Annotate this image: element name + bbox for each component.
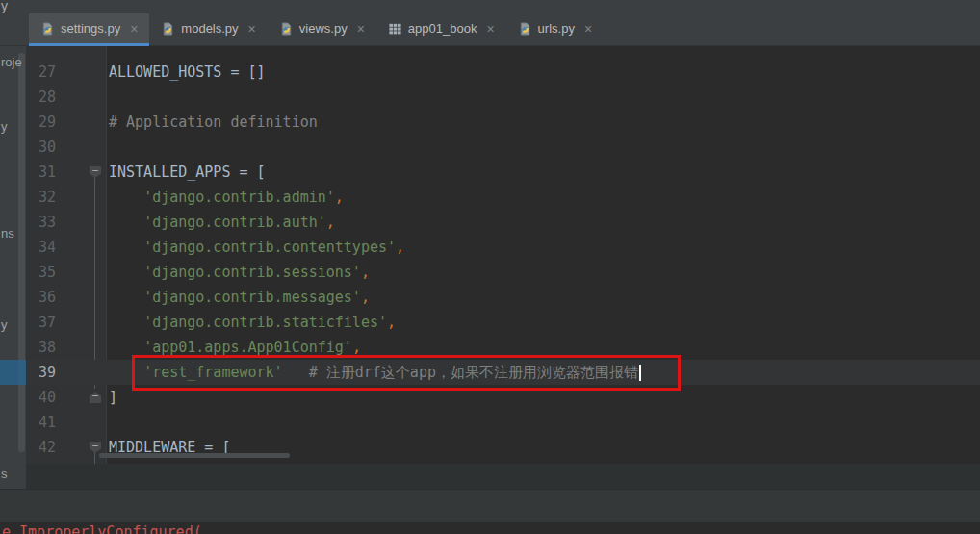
- gutter-line-39[interactable]: 39: [26, 360, 108, 385]
- gutter-line-29[interactable]: 29: [26, 110, 108, 135]
- python-file-icon: [279, 21, 294, 37]
- tab-label: app01_book: [408, 21, 477, 36]
- gutter-line-38[interactable]: 38: [26, 335, 108, 360]
- code-text: 'rest_framework' # 注册drf这个app，如果不注册用浏览器范…: [108, 360, 641, 385]
- code-segment-string: 'django.contrib.messages': [143, 289, 361, 306]
- gutter-line-40[interactable]: 40−: [26, 385, 108, 410]
- code-line-38[interactable]: 38 'app01.apps.App01Config',: [26, 335, 980, 360]
- line-number[interactable]: 40: [26, 385, 56, 410]
- menu-text-fragment: y: [1, 0, 8, 13]
- tab-close-icon[interactable]: ×: [486, 22, 494, 36]
- code-line-41[interactable]: 41: [26, 410, 980, 435]
- line-number[interactable]: 41: [26, 410, 56, 435]
- gutter-line-35[interactable]: 35: [26, 260, 108, 285]
- code-segment-string: 'django.contrib.admin': [143, 189, 335, 206]
- code-segment-comma: ,: [335, 189, 344, 206]
- code-text: 'django.contrib.staticfiles',: [108, 310, 396, 335]
- tab-close-icon[interactable]: ×: [357, 22, 365, 36]
- code-line-34[interactable]: 34 'django.contrib.contenttypes',: [26, 235, 980, 260]
- line-number[interactable]: 37: [26, 310, 56, 335]
- code-line-32[interactable]: 32 'django.contrib.admin',: [26, 185, 980, 210]
- code-segment-code: [109, 289, 143, 306]
- gutter-line-42[interactable]: 42−: [26, 435, 108, 460]
- project-item-fragment[interactable]: s: [1, 467, 8, 481]
- code-segment-code: [109, 264, 143, 281]
- line-number[interactable]: 38: [26, 335, 56, 360]
- gutter-line-37[interactable]: 37: [26, 310, 108, 335]
- breadcrumbs-bar: [26, 464, 980, 489]
- project-item-fragment[interactable]: roje: [1, 55, 22, 69]
- fold-end-icon[interactable]: −: [90, 392, 101, 403]
- code-line-40[interactable]: 40−]: [26, 385, 980, 410]
- tab-models-py[interactable]: models.py×: [149, 13, 267, 46]
- code-segment-string: 'app01.apps.App01Config': [143, 339, 352, 356]
- run-console: e ImproperlyConfigured(: [0, 522, 980, 534]
- line-number[interactable]: 31: [26, 160, 56, 185]
- code-editor[interactable]: 27ALLOWED_HOSTS = []2829# Application de…: [26, 46, 980, 464]
- code-segment-string: 'rest_framework': [143, 364, 283, 381]
- code-line-29[interactable]: 29# Application definition: [26, 110, 980, 135]
- fold-start-icon[interactable]: −: [90, 442, 101, 453]
- code-segment-code: ]: [109, 389, 117, 406]
- code-line-36[interactable]: 36 'django.contrib.messages',: [26, 285, 980, 310]
- line-number[interactable]: 32: [26, 185, 56, 210]
- python-file-icon: [161, 21, 175, 37]
- code-segment-code: ALLOWED_HOSTS = []: [109, 64, 266, 81]
- gutter-line-30[interactable]: 30: [26, 135, 108, 160]
- code-segment-comma: ,: [326, 214, 335, 231]
- tab-app01-book[interactable]: app01_book×: [376, 13, 506, 46]
- code-text: 'django.contrib.sessions',: [108, 260, 370, 285]
- project-item-fragment[interactable]: y: [1, 119, 8, 134]
- gutter-line-31[interactable]: 31−: [26, 160, 108, 185]
- tab-close-icon[interactable]: ×: [130, 22, 138, 36]
- code-text: [108, 135, 109, 160]
- tab-close-icon[interactable]: ×: [248, 22, 256, 36]
- project-item-fragment[interactable]: ns: [1, 226, 14, 241]
- tool-window-strip: [0, 489, 980, 522]
- line-number[interactable]: 34: [26, 235, 56, 260]
- line-number[interactable]: 33: [26, 210, 56, 235]
- gutter-line-34[interactable]: 34: [26, 235, 108, 260]
- project-panel-edge[interactable]: rojeynsys: [0, 46, 26, 489]
- code-line-27[interactable]: 27ALLOWED_HOSTS = []: [26, 60, 980, 85]
- header-bar: y settings.py×models.py×views.py×app01_b…: [0, 0, 980, 46]
- gutter-line-36[interactable]: 36: [26, 285, 108, 310]
- project-panel-scrollbar[interactable]: [18, 53, 25, 452]
- code-segment-code: [109, 314, 143, 331]
- project-item-fragment[interactable]: y: [1, 318, 8, 332]
- tab-settings-py[interactable]: settings.py×: [29, 13, 149, 46]
- line-number[interactable]: 36: [26, 285, 56, 310]
- code-line-28[interactable]: 28: [26, 85, 980, 110]
- fold-start-icon[interactable]: −: [90, 166, 101, 178]
- tab-close-icon[interactable]: ×: [584, 22, 592, 36]
- code-line-35[interactable]: 35 'django.contrib.sessions',: [26, 260, 980, 285]
- line-number[interactable]: 29: [26, 110, 56, 135]
- line-number[interactable]: 42: [26, 435, 56, 460]
- line-number[interactable]: 30: [26, 135, 56, 160]
- gutter-line-33[interactable]: 33: [26, 210, 108, 235]
- gutter-line-27[interactable]: 27: [26, 60, 108, 85]
- code-line-31[interactable]: 31−INSTALLED_APPS = [: [26, 160, 980, 185]
- line-number[interactable]: 28: [26, 85, 56, 110]
- line-number[interactable]: 39: [26, 360, 56, 385]
- tab-views-py[interactable]: views.py×: [268, 13, 376, 46]
- code-line-33[interactable]: 33 'django.contrib.auth',: [26, 210, 980, 235]
- code-segment-comment: # 注册drf这个app，如果不注册用浏览器范围报错: [309, 364, 638, 381]
- editor-horizontal-scrollbar[interactable]: [99, 453, 290, 458]
- code-segment-code: [109, 239, 143, 256]
- code-lines: 27ALLOWED_HOSTS = []2829# Application de…: [26, 60, 980, 460]
- tab-urls-py[interactable]: urls.py×: [506, 13, 604, 46]
- code-line-37[interactable]: 37 'django.contrib.staticfiles',: [26, 310, 980, 335]
- code-segment-comma: ,: [361, 289, 370, 306]
- code-line-39[interactable]: 39 'rest_framework' # 注册drf这个app，如果不注册用浏…: [26, 360, 980, 385]
- gutter-line-32[interactable]: 32: [26, 185, 108, 210]
- gutter-line-41[interactable]: 41: [26, 410, 108, 435]
- gutter-line-28[interactable]: 28: [26, 85, 108, 110]
- tab-label: views.py: [299, 21, 348, 36]
- line-number[interactable]: 27: [26, 60, 56, 85]
- code-line-30[interactable]: 30: [26, 135, 980, 160]
- code-segment-string: 'django.contrib.staticfiles': [143, 314, 387, 331]
- project-selected-row[interactable]: [0, 360, 26, 385]
- line-number[interactable]: 35: [26, 260, 56, 285]
- text-caret: [639, 365, 641, 381]
